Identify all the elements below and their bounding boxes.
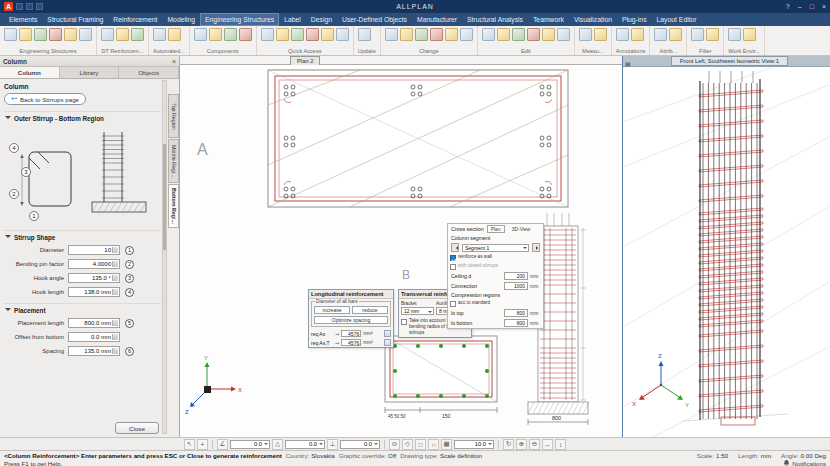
pointer-icon[interactable] <box>184 439 195 450</box>
ribbon-group-label[interactable]: Automated... <box>152 48 186 54</box>
spacing-input[interactable]: 135.0 mm <box>68 346 120 356</box>
increase-button[interactable]: increase <box>314 306 350 314</box>
tab-objects[interactable]: Objects <box>119 67 179 78</box>
hook-length-input[interactable]: 138.0 mm <box>68 287 120 297</box>
scale-status[interactable]: Scale:1:50 <box>697 452 728 459</box>
ribbon-group-label[interactable]: Filter <box>690 48 720 54</box>
tool-icon[interactable] <box>482 28 495 41</box>
tool-icon[interactable] <box>4 28 17 41</box>
tool-icon[interactable] <box>79 28 92 41</box>
pan-v-icon[interactable] <box>555 439 566 450</box>
placement-length-input[interactable]: 800.0 mm <box>68 318 120 328</box>
tool-icon[interactable] <box>728 28 741 41</box>
bending-pin-factor-input[interactable]: 4.0000 <box>68 259 120 269</box>
zoom-out-icon[interactable] <box>529 439 540 450</box>
tool-icon[interactable] <box>131 28 144 41</box>
optimize-spacing-button[interactable]: Optimize spacing <box>314 316 388 324</box>
tool-icon[interactable] <box>616 28 629 41</box>
center-snap-icon[interactable] <box>389 439 400 450</box>
quick-access-icon[interactable] <box>16 3 23 10</box>
menu-elements[interactable]: Elements <box>4 13 42 26</box>
panel-scrollbar[interactable] <box>162 80 167 434</box>
coord-x-input[interactable]: 0.0 <box>230 440 270 449</box>
acc-to-standard-checkbox[interactable] <box>450 301 456 307</box>
tool-icon[interactable] <box>224 28 237 41</box>
menu-plugins[interactable]: Plug-ins <box>617 13 652 26</box>
tool-icon[interactable] <box>49 28 62 41</box>
stirrup-shape-header[interactable]: Stirrup Shape <box>4 230 161 241</box>
menu-visualization[interactable]: Visualization <box>569 13 617 26</box>
quick-access-icon[interactable] <box>36 3 43 10</box>
drawing-canvas[interactable]: Plan 2 <box>180 56 622 437</box>
bar-list-icon[interactable] <box>384 330 391 337</box>
viewport-tab-plan2[interactable]: Plan 2 <box>290 56 320 65</box>
tab-column[interactable]: Column <box>0 67 60 78</box>
tool-icon[interactable] <box>594 28 607 41</box>
tool-icon[interactable] <box>430 28 443 41</box>
tool-icon[interactable] <box>153 28 166 41</box>
tool-icon[interactable] <box>460 28 473 41</box>
tab-3d-view[interactable]: 3D-View <box>508 225 535 233</box>
ribbon-group-label[interactable]: Update <box>357 48 377 54</box>
tab-middle-region[interactable]: Middle Regi... <box>168 139 179 183</box>
menu-engineering-structures[interactable]: Engineering Structures <box>200 13 279 26</box>
tool-icon[interactable] <box>691 28 704 41</box>
tool-icon[interactable] <box>497 28 510 41</box>
bracket-diameter-select[interactable]: 12 mm <box>401 307 434 315</box>
menu-structural-framing[interactable]: Structural Framing <box>42 13 108 26</box>
hook-angle-input[interactable]: 135.0 ° <box>68 273 120 283</box>
tool-icon[interactable] <box>276 28 289 41</box>
menu-manufacturer[interactable]: Manufacturer <box>412 13 462 26</box>
delta-icon[interactable] <box>272 439 283 450</box>
tool-icon[interactable] <box>654 28 667 41</box>
tool-icon[interactable] <box>64 28 77 41</box>
ribbon-group-label[interactable]: Change <box>384 48 474 54</box>
bar-list-icon[interactable] <box>384 339 391 346</box>
tool-icon[interactable] <box>239 28 252 41</box>
maximize-icon[interactable]: □ <box>810 3 814 10</box>
tool-icon[interactable] <box>291 28 304 41</box>
zoom-in-icon[interactable] <box>516 439 527 450</box>
reinforce-as-wall-checkbox[interactable] <box>450 255 456 261</box>
isometric-viewport[interactable]: Front Left, Southwest Isometric View:1 Z… <box>622 56 830 437</box>
tool-icon[interactable] <box>194 28 207 41</box>
diameter-input[interactable]: 10 <box>68 245 120 255</box>
palette-close-icon[interactable] <box>172 58 176 65</box>
tool-icon[interactable] <box>321 28 334 41</box>
help-icon[interactable]: ? <box>786 3 790 10</box>
menu-layout-editor[interactable]: Layout Editor <box>652 13 702 26</box>
ribbon-group-label[interactable]: Edit <box>481 48 571 54</box>
ribbon-group-label[interactable]: Measu... <box>578 48 608 54</box>
lo-bottom-input[interactable]: 800 <box>504 319 528 327</box>
pan-h-icon[interactable] <box>542 439 553 450</box>
arc-icon[interactable] <box>428 439 439 450</box>
closed-stirrups-checkbox[interactable] <box>450 264 456 270</box>
offset-from-bottom-input[interactable]: 0.0 mm <box>68 332 120 342</box>
menu-label[interactable]: Label <box>279 13 306 26</box>
ceiling-input[interactable]: 200 <box>504 272 528 280</box>
tab-top-region[interactable]: Top Region <box>168 94 179 138</box>
tool-icon[interactable] <box>445 28 458 41</box>
bending-radius-checkbox[interactable] <box>401 319 407 325</box>
tool-icon[interactable] <box>209 28 222 41</box>
perpendicular-icon[interactable] <box>327 439 338 450</box>
length-unit-status[interactable]: Length:mm <box>738 452 771 459</box>
tool-icon[interactable] <box>358 28 371 41</box>
ribbon-group-label[interactable]: Engineering Structures <box>3 48 93 54</box>
angle-status[interactable]: Angle:0.00Deg <box>781 452 826 459</box>
reduce-button[interactable]: reduce <box>352 306 388 314</box>
back-to-stirrups-button[interactable]: Back to Stirrups page <box>4 93 86 105</box>
tool-icon[interactable] <box>512 28 525 41</box>
close-icon[interactable]: × <box>822 3 826 10</box>
grid-icon[interactable] <box>441 439 452 450</box>
country-status[interactable]: Country:Slovakia <box>286 452 335 459</box>
ribbon-group-label[interactable]: Work Envir... <box>727 48 761 54</box>
ribbon-group-label[interactable]: Quick Access <box>260 48 350 54</box>
menu-structural-analysis[interactable]: Structural Analysis <box>462 13 528 26</box>
tool-icon[interactable] <box>579 28 592 41</box>
notifications-button[interactable]: Notifications <box>783 459 826 466</box>
segment-select[interactable]: Segment 1 <box>462 244 529 252</box>
tool-icon[interactable] <box>168 28 181 41</box>
crosshair-icon[interactable] <box>197 439 208 450</box>
tool-icon[interactable] <box>400 28 413 41</box>
